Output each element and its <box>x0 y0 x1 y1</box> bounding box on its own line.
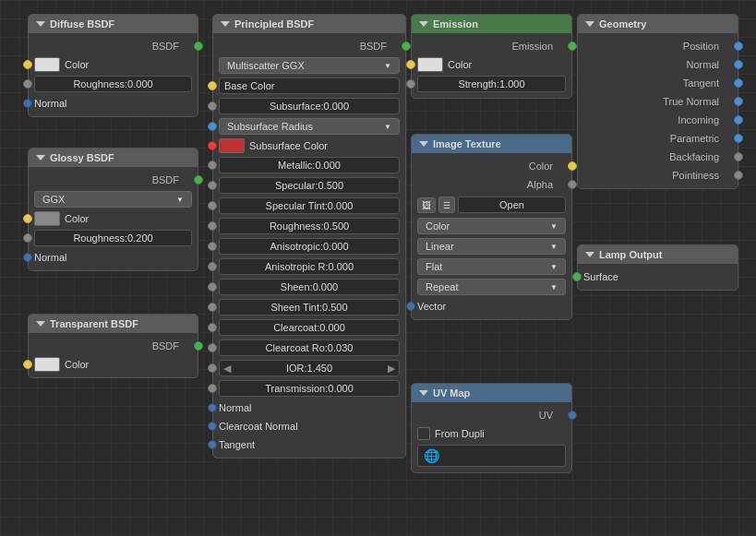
alpha-output-row: Alpha <box>412 175 571 194</box>
collapse-triangle[interactable] <box>221 21 230 27</box>
extension-dropdown[interactable]: Repeat <box>417 279 566 295</box>
tangent-socket[interactable] <box>734 78 743 88</box>
roughness-field[interactable]: Roughness: 0.000 <box>34 76 192 92</box>
color-swatch[interactable] <box>34 211 60 226</box>
color-socket[interactable] <box>23 214 32 223</box>
specular-field[interactable]: Specular: 0.500 <box>219 177 400 194</box>
collapse-triangle[interactable] <box>419 141 428 147</box>
base-color-socket[interactable] <box>208 81 217 90</box>
color-space-dropdown[interactable]: Color <box>417 218 566 234</box>
collapse-triangle[interactable] <box>585 252 594 257</box>
roughness-label: Roughness: <box>73 232 127 244</box>
clearcoat-ro-field[interactable]: Clearcoat Ro: 0.030 <box>219 339 400 356</box>
color-socket[interactable] <box>406 60 415 69</box>
sheen-tint-field[interactable]: Sheen Tint: 0.500 <box>219 299 400 316</box>
emission-output-socket[interactable] <box>568 42 577 51</box>
subsurface-color-socket[interactable] <box>208 141 217 150</box>
sheen-tint-socket[interactable] <box>208 303 217 312</box>
normal-socket[interactable] <box>23 99 32 108</box>
roughness-label: Roughness: <box>73 78 127 89</box>
anisotropic-r-socket[interactable] <box>208 262 217 271</box>
bsdf-output-socket[interactable] <box>194 341 203 351</box>
collapse-triangle[interactable] <box>36 21 45 27</box>
roughness-socket[interactable] <box>23 79 32 89</box>
emission-header: Emission <box>412 15 571 33</box>
img-list-button[interactable]: ☰ <box>438 197 455 213</box>
color-swatch[interactable] <box>34 357 60 372</box>
metallic-socket[interactable] <box>208 161 217 170</box>
uv-output-socket[interactable] <box>568 411 577 420</box>
subsurface-socket[interactable] <box>208 101 217 111</box>
principled-bsdf-body: BSDF Multiscatter GGX Base Color Subsurf… <box>213 33 405 458</box>
pointiness-socket[interactable] <box>734 171 743 180</box>
incoming-socket[interactable] <box>734 115 743 125</box>
from-dupli-checkbox[interactable] <box>417 427 430 440</box>
anisotropic-field[interactable]: Anisotropic: 0.000 <box>219 238 400 255</box>
tangent-socket[interactable] <box>208 440 217 449</box>
bsdf-output-socket[interactable] <box>194 175 203 185</box>
principled-bsdf-node: Principled BSDF BSDF Multiscatter GGX Ba… <box>212 14 406 459</box>
roughness-socket[interactable] <box>23 233 32 243</box>
metallic-field[interactable]: Metallic: 0.000 <box>219 157 400 173</box>
subsurface-field[interactable]: Subsurface: 0.000 <box>219 98 400 114</box>
subsurface-radius-dropdown[interactable]: Subsurface Radius <box>219 118 400 135</box>
strength-field[interactable]: Strength: 1.000 <box>417 76 566 92</box>
surface-socket[interactable] <box>572 272 582 281</box>
specular-tint-socket[interactable] <box>208 201 217 210</box>
clearcoat-socket[interactable] <box>208 323 217 332</box>
normal-socket[interactable] <box>734 60 743 69</box>
color-swatch[interactable] <box>34 57 60 72</box>
collapse-triangle[interactable] <box>36 321 45 327</box>
backfacing-socket[interactable] <box>734 152 743 161</box>
transmission-socket[interactable] <box>208 384 217 393</box>
emission-output-row: Emission <box>412 37 571 55</box>
sheen-field[interactable]: Sheen: 0.000 <box>219 279 400 295</box>
clearcoat-ro-socket[interactable] <box>208 343 217 352</box>
color-socket[interactable] <box>23 360 32 369</box>
base-color-field[interactable]: Base Color <box>219 77 400 94</box>
collapse-triangle[interactable] <box>419 21 428 27</box>
distribution-dropdown[interactable]: Multiscatter GGX <box>219 57 400 74</box>
img-browse-button[interactable]: 🖼 <box>417 197 436 213</box>
bsdf-output-socket[interactable] <box>194 42 203 51</box>
anisotropic-socket[interactable] <box>208 242 217 251</box>
specular-tint-label: Specular Tint: <box>266 200 328 211</box>
collapse-triangle[interactable] <box>36 155 45 161</box>
transmission-field[interactable]: Transmission: 0.000 <box>219 380 400 397</box>
specular-socket[interactable] <box>208 181 217 190</box>
pointiness-row: Pointiness <box>578 166 738 185</box>
anisotropic-r-field[interactable]: Anisotropic R: 0.000 <box>219 258 400 275</box>
distribution-dropdown[interactable]: GGX <box>34 191 192 208</box>
normal-socket[interactable] <box>23 253 32 262</box>
color-input-socket[interactable] <box>23 60 32 69</box>
subsurface-radius-socket[interactable] <box>208 122 217 131</box>
specular-tint-field[interactable]: Specular Tint: 0.000 <box>219 197 400 214</box>
roughness-field[interactable]: Roughness: 0.500 <box>219 218 400 234</box>
ior-socket[interactable] <box>208 363 217 373</box>
roughness-field[interactable]: Roughness: 0.200 <box>34 230 192 246</box>
projection-dropdown[interactable]: Flat <box>417 258 566 275</box>
parametric-socket[interactable] <box>734 134 743 143</box>
vector-socket[interactable] <box>406 302 415 311</box>
interpolation-dropdown-row: Linear <box>412 236 571 256</box>
collapse-triangle[interactable] <box>585 21 594 27</box>
clearcoat-normal-socket[interactable] <box>208 422 217 431</box>
sheen-socket[interactable] <box>208 282 217 292</box>
roughness-socket[interactable] <box>208 221 217 231</box>
subsurface-color-swatch[interactable] <box>219 138 245 153</box>
true-normal-socket[interactable] <box>734 97 743 106</box>
bsdf-output-socket[interactable] <box>402 42 411 51</box>
color-output-socket[interactable] <box>568 161 577 171</box>
collapse-triangle[interactable] <box>419 390 428 396</box>
clearcoat-field[interactable]: Clearcoat: 0.000 <box>219 319 400 336</box>
interpolation-dropdown[interactable]: Linear <box>417 238 566 255</box>
ior-field[interactable]: ◀ IOR: 1.450 ▶ <box>219 360 400 376</box>
normal-socket[interactable] <box>208 403 217 412</box>
image-texture-header: Image Texture <box>412 135 571 153</box>
alpha-output-socket[interactable] <box>568 180 577 189</box>
strength-socket[interactable] <box>406 79 415 89</box>
color-swatch[interactable] <box>417 57 443 72</box>
position-socket[interactable] <box>734 42 743 51</box>
open-button[interactable]: Open <box>458 197 566 213</box>
uv-name-field[interactable]: 🌐 <box>417 445 566 467</box>
